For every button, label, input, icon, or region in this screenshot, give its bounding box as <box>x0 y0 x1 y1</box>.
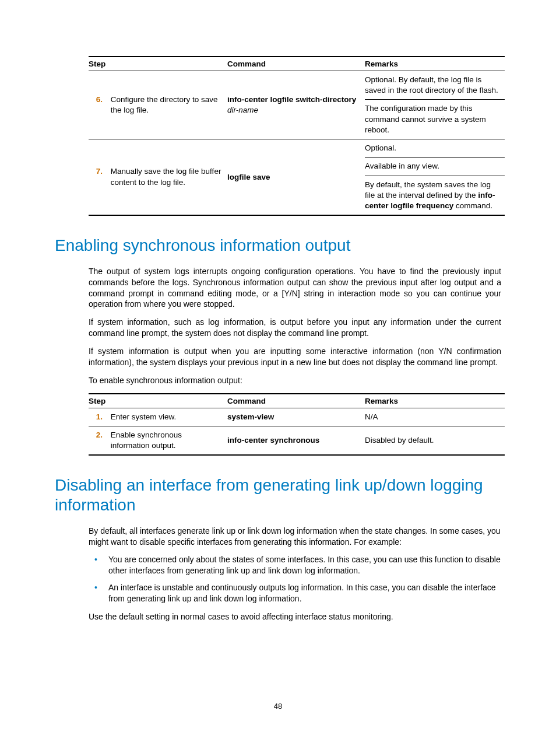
procedure-table-2: Step Command Remarks 1. Enter system vie… <box>89 393 505 456</box>
step-number: 7. <box>89 166 103 177</box>
bullet-list: You are concerned only about the states … <box>89 554 501 604</box>
th-step: Step <box>89 394 227 408</box>
list-item: An interface is unstable and continuousl… <box>89 582 501 604</box>
command-cell: info-center logfile switch-directory dir… <box>227 71 365 139</box>
paragraph: If system information, such as log infor… <box>89 317 501 339</box>
remarks-cell: The configuration made by this command c… <box>365 100 505 139</box>
command-bold: info-center synchronous <box>227 436 319 444</box>
step-number: 2. <box>89 430 103 440</box>
th-remarks: Remarks <box>365 394 505 408</box>
page-number: 48 <box>0 702 556 710</box>
remarks-cell: N/A <box>365 408 505 426</box>
paragraph: The output of system logs interrupts ong… <box>89 266 501 310</box>
remarks-cell: Optional. By default, the log file is sa… <box>365 71 505 100</box>
th-remarks: Remarks <box>365 57 505 71</box>
command-arg: dir-name <box>227 106 258 114</box>
heading-disable-linkupdown: Disabling an interface from generating l… <box>55 475 501 514</box>
remarks-text: By default, the system saves the log fil… <box>365 180 491 200</box>
remarks-cell: By default, the system saves the log fil… <box>365 176 505 215</box>
command-cell: logfile save <box>227 139 365 216</box>
paragraph: If system information is output when you… <box>89 346 501 368</box>
command-bold: info-center logfile switch-directory <box>227 95 356 104</box>
heading-sync-output: Enabling synchronous information output <box>55 236 501 256</box>
step-text: Enable synchronous information output. <box>111 430 221 451</box>
list-item: You are concerned only about the states … <box>89 554 501 576</box>
command-bold: logfile save <box>227 173 270 181</box>
step-number: 1. <box>89 412 103 422</box>
command-cell: system-view <box>227 408 365 426</box>
step-text: Configure the directory to save the log … <box>111 94 221 116</box>
step-cell: 6. Configure the directory to save the l… <box>89 71 227 139</box>
step-cell: 1. Enter system view. <box>89 408 227 426</box>
remarks-cell: Disabled by default. <box>365 426 505 456</box>
paragraph: By default, all interfaces generate link… <box>89 526 501 548</box>
command-cell: info-center synchronous <box>227 426 365 456</box>
step-number: 6. <box>89 94 103 105</box>
remarks-text: command. <box>453 201 492 210</box>
command-bold: system-view <box>227 412 274 421</box>
step-cell: 7. Manually save the log file buffer con… <box>89 139 227 216</box>
paragraph: To enable synchronous information output… <box>89 375 501 386</box>
paragraph: Use the default setting in normal cases … <box>89 611 501 622</box>
th-command: Command <box>227 394 365 408</box>
remarks-cell: Optional. <box>365 139 505 158</box>
th-step: Step <box>89 57 227 71</box>
step-text: Enter system view. <box>111 412 221 422</box>
step-cell: 2. Enable synchronous information output… <box>89 426 227 456</box>
th-command: Command <box>227 57 365 71</box>
remarks-cell: Available in any view. <box>365 158 505 176</box>
procedure-table-1: Step Command Remarks 6. Configure the di… <box>89 56 505 216</box>
step-text: Manually save the log file buffer conten… <box>111 166 221 187</box>
